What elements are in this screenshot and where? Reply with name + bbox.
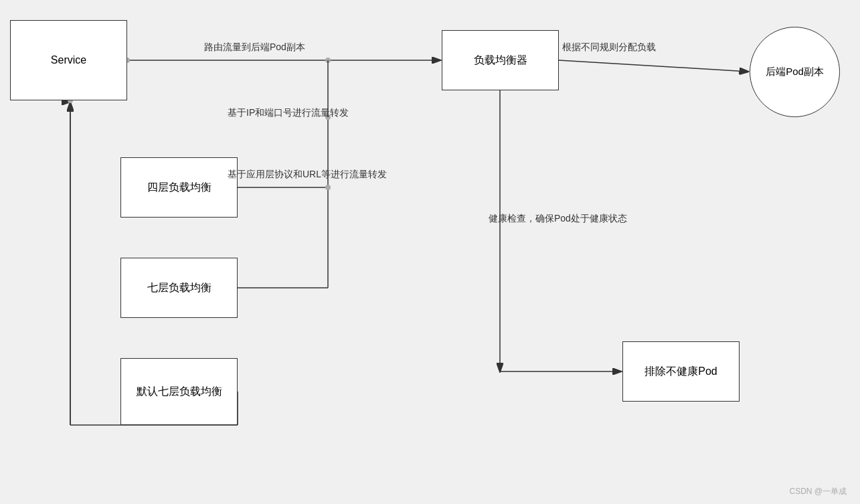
- label-app-layer: 基于应用层协议和URL等进行流量转发: [228, 169, 387, 181]
- svg-point-7: [325, 185, 331, 190]
- layer4-label: 四层负载均衡: [147, 181, 211, 195]
- label-route-traffic: 路由流量到后端Pod副本: [204, 41, 305, 54]
- label-health-check: 健康检查，确保Pod处于健康状态: [489, 213, 627, 225]
- layer4-box: 四层负载均衡: [120, 157, 238, 218]
- watermark: CSDN @一单成: [789, 486, 847, 497]
- svg-point-8: [325, 58, 331, 63]
- default-layer7-box: 默认七层负载均衡: [120, 358, 238, 425]
- service-label: Service: [51, 54, 86, 66]
- svg-line-10: [559, 60, 748, 72]
- default-layer7-label: 默认七层负载均衡: [137, 385, 222, 399]
- backend-pod-label: 后端Pod副本: [766, 66, 824, 78]
- layer7-box: 七层负载均衡: [120, 258, 238, 318]
- diagram-container: Service 负载均衡器 四层负载均衡 七层负载均衡 默认七层负载均衡 排除不…: [0, 0, 860, 504]
- remove-unhealthy-box: 排除不健康Pod: [622, 341, 740, 402]
- layer7-label: 七层负载均衡: [147, 281, 211, 295]
- label-distribute-load: 根据不同规则分配负载: [562, 41, 656, 54]
- load-balancer-label: 负载均衡器: [474, 54, 527, 68]
- backend-pod-circle: 后端Pod副本: [750, 27, 840, 117]
- load-balancer-box: 负载均衡器: [442, 30, 559, 90]
- remove-unhealthy-label: 排除不健康Pod: [644, 365, 717, 379]
- service-box: Service: [10, 20, 127, 100]
- arrows-svg: [0, 0, 860, 504]
- label-ip-port: 基于IP和端口号进行流量转发: [228, 107, 349, 119]
